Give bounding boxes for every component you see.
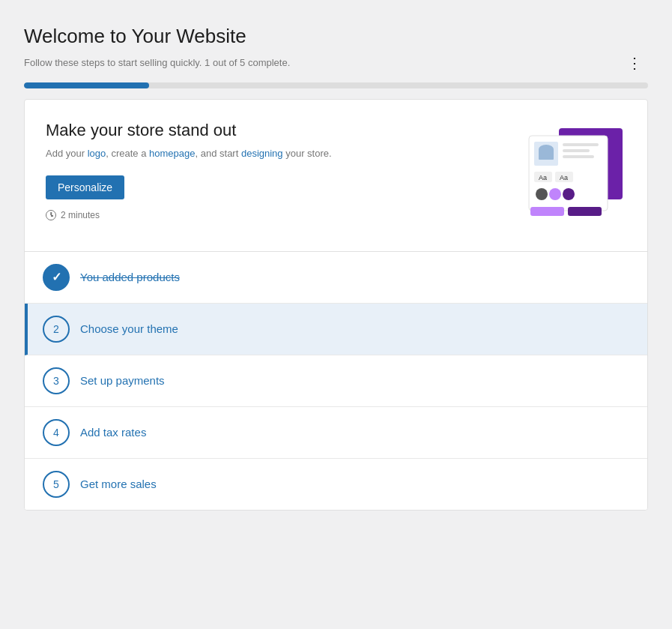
svg-rect-5: [563, 143, 599, 146]
step-label-2: Choose your theme: [80, 322, 178, 335]
svg-rect-7: [563, 155, 594, 158]
svg-rect-15: [530, 207, 564, 216]
progress-bar-container: [24, 82, 648, 88]
step-item-4[interactable]: 4 Add tax rates: [25, 407, 647, 459]
personalize-button[interactable]: Personalize: [46, 175, 124, 199]
page-wrapper: Welcome to Your Website Follow these ste…: [12, 12, 660, 529]
step-circle-2: 2: [43, 316, 70, 343]
illustration-svg: Aa Aa: [488, 121, 626, 233]
step-circle-5: 5: [43, 471, 70, 498]
step-circle-3: 3: [43, 367, 70, 394]
homepage-link[interactable]: homepage: [149, 148, 195, 159]
time-estimate: 2 minutes: [46, 210, 470, 220]
step-label-3: Set up payments: [80, 374, 165, 387]
main-card: Make your store stand out Add your logo,…: [24, 99, 648, 511]
progress-bar-fill: [24, 82, 149, 88]
subtitle-row: Follow these steps to start selling quic…: [24, 52, 648, 73]
svg-rect-4: [539, 149, 554, 160]
active-step-title: Make your store stand out: [46, 121, 470, 140]
active-step-content: Make your store stand out Add your logo,…: [46, 121, 488, 221]
step-item-1[interactable]: ✓ You added products: [25, 252, 647, 304]
steps-list: ✓ You added products 2 Choose your theme…: [25, 252, 647, 510]
more-options-button[interactable]: ⋮: [621, 52, 648, 73]
step-item-5[interactable]: 5 Get more sales: [25, 459, 647, 510]
step-label-1: You added products: [80, 271, 180, 283]
svg-rect-16: [568, 207, 602, 216]
logo-link[interactable]: logo: [88, 148, 106, 159]
page-title: Welcome to Your Website: [24, 24, 648, 49]
header-section: Welcome to Your Website Follow these ste…: [24, 24, 648, 73]
step-item-2[interactable]: 2 Choose your theme: [25, 304, 647, 355]
step-number-3: 3: [53, 375, 59, 387]
step-circle-4: 4: [43, 419, 70, 446]
time-label: 2 minutes: [61, 210, 100, 220]
svg-point-13: [549, 188, 561, 200]
step-number-5: 5: [53, 478, 59, 490]
step-number-2: 2: [53, 323, 59, 335]
active-step-desc: Add your logo, create a homepage, and st…: [46, 146, 470, 161]
step-number-4: 4: [53, 427, 59, 439]
svg-text:Aa: Aa: [539, 174, 547, 181]
step-label-5: Get more sales: [80, 478, 157, 490]
checkmark-icon: ✓: [52, 270, 61, 284]
designing-link[interactable]: designing: [241, 148, 283, 159]
active-step-panel: Make your store stand out Add your logo,…: [25, 100, 647, 252]
subtitle: Follow these steps to start selling quic…: [24, 57, 290, 68]
svg-point-12: [536, 188, 548, 200]
svg-text:Aa: Aa: [560, 174, 568, 181]
svg-point-14: [563, 188, 575, 200]
step-circle-1: ✓: [43, 264, 70, 291]
step-item-3[interactable]: 3 Set up payments: [25, 355, 647, 407]
store-illustration: Aa Aa: [488, 121, 626, 233]
step-label-4: Add tax rates: [80, 426, 146, 439]
clock-icon: [46, 210, 56, 220]
svg-rect-6: [563, 149, 590, 152]
